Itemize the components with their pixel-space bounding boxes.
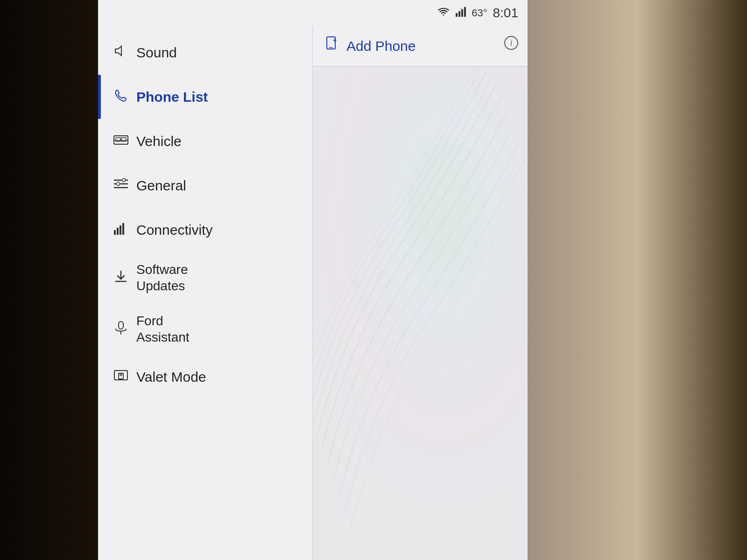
add-phone-button[interactable]: + Add Phone [324, 36, 416, 56]
sidebar-item-phone-list[interactable]: Phone List [98, 75, 312, 119]
svg-rect-23 [114, 371, 127, 380]
svg-rect-16 [117, 228, 119, 235]
svg-rect-18 [122, 223, 124, 235]
phone-icon [112, 88, 130, 105]
svg-rect-17 [120, 225, 121, 235]
svg-point-14 [117, 182, 120, 186]
wifi-icon [437, 7, 450, 19]
sidebar-item-software-updates[interactable]: SoftwareUpdates [98, 252, 312, 303]
sidebar-item-connectivity-label: Connectivity [136, 222, 212, 238]
decorative-wave-area [313, 67, 528, 560]
time-display: 8:01 [493, 6, 519, 21]
svg-text:↑↓: ↑↓ [460, 7, 464, 11]
svg-rect-24 [119, 373, 123, 379]
svg-rect-3 [464, 7, 466, 17]
add-phone-section: + Add Phone i [313, 26, 528, 67]
sidebar-item-connectivity[interactable]: Connectivity [98, 208, 312, 252]
temperature-display: 63° [472, 7, 487, 19]
sidebar-item-phone-list-label: Phone List [136, 89, 208, 105]
valet-mode-icon [112, 369, 130, 385]
sidebar-item-ford-assistant-label: FordAssistant [136, 313, 190, 345]
svg-rect-1 [458, 11, 460, 17]
ford-assistant-icon [112, 321, 130, 338]
sidebar-item-ford-assistant[interactable]: FordAssistant [98, 303, 312, 355]
content-area: Sound Phone List [98, 0, 528, 560]
sound-icon [112, 44, 130, 61]
sidebar-item-valet-mode-label: Valet Mode [136, 369, 206, 385]
svg-text:+: + [333, 36, 337, 44]
sidebar-item-valet-mode[interactable]: Valet Mode [98, 355, 312, 399]
main-screen: ↑↓ 63° 8:01 Sound [98, 0, 528, 560]
svg-rect-7 [116, 138, 120, 141]
svg-point-25 [120, 374, 122, 376]
svg-rect-0 [456, 13, 458, 17]
connectivity-icon [112, 222, 130, 238]
sidebar: Sound Phone List [98, 26, 313, 560]
sidebar-item-vehicle-label: Vehicle [136, 133, 182, 149]
software-updates-icon [112, 269, 130, 287]
sidebar-item-sound[interactable]: Sound [98, 30, 312, 75]
status-bar: ↑↓ 63° 8:01 [98, 0, 528, 26]
main-content-panel: + Add Phone i [313, 26, 528, 560]
vehicle-icon [112, 133, 130, 149]
svg-rect-15 [114, 230, 116, 235]
svg-rect-8 [121, 138, 126, 141]
sidebar-item-general-label: General [136, 178, 186, 194]
general-icon [112, 178, 130, 193]
car-interior-right [528, 0, 747, 560]
add-phone-icon: + [324, 36, 341, 56]
svg-rect-21 [119, 322, 123, 329]
add-phone-label: Add Phone [346, 38, 416, 54]
sidebar-item-general[interactable]: General [98, 163, 312, 208]
svg-point-13 [122, 179, 126, 182]
sidebar-item-vehicle[interactable]: Vehicle [98, 119, 312, 163]
sidebar-item-software-updates-label: SoftwareUpdates [136, 261, 188, 294]
sidebar-item-sound-label: Sound [136, 45, 177, 61]
signal-icon: ↑↓ [456, 7, 466, 19]
info-icon[interactable]: i [504, 36, 518, 50]
car-interior-left [0, 0, 98, 560]
svg-marker-5 [115, 46, 121, 56]
